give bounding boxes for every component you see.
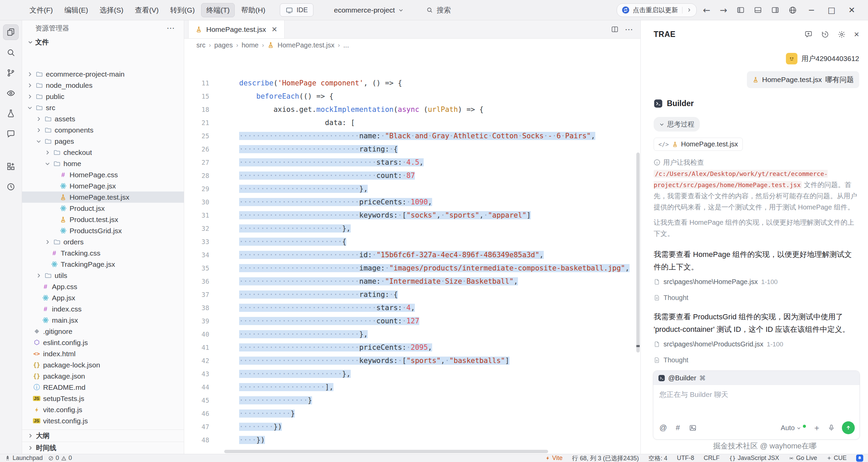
search-icon[interactable] [3, 45, 19, 60]
code-text[interactable]: ································stars:·4… [218, 301, 415, 315]
preview-icon[interactable] [3, 85, 19, 101]
tree-file-eslint.config.js[interactable]: eslint.config.js [22, 337, 184, 348]
tree-file-package-lock.json[interactable]: {}package-lock.json [22, 359, 184, 370]
code-line-30[interactable]: 30····························priceCents… [184, 196, 636, 209]
restart-to-update-button[interactable]: 点击重启以更新 [617, 3, 697, 17]
code-text[interactable]: ····························}, [218, 182, 368, 196]
menu-item[interactable]: 终端(T) [201, 3, 235, 17]
settings-gear-icon[interactable] [837, 30, 846, 39]
tree-folder-src[interactable]: src [22, 102, 184, 113]
tree-file-Product.test.jsx[interactable]: Product.test.jsx [22, 214, 184, 225]
tree-folder-public[interactable]: public [22, 91, 184, 102]
toggle-bottom-panel-icon[interactable] [751, 6, 765, 14]
code-text[interactable]: ············} [218, 407, 295, 420]
cue-button[interactable]: CUE [827, 455, 847, 462]
back-button[interactable]: ← [700, 5, 714, 15]
code-text[interactable]: ····························name:·"Inter… [218, 275, 518, 288]
outline-section[interactable]: 大纲 [22, 429, 184, 442]
input-tag[interactable]: @Builder [668, 374, 696, 382]
add-icon[interactable]: ＋ [813, 422, 821, 433]
source-control-icon[interactable] [3, 65, 19, 81]
history-icon[interactable] [3, 179, 19, 195]
mention-icon[interactable]: @ [659, 423, 667, 432]
code-line-29[interactable]: 29····························}, [184, 182, 636, 196]
chat-input-box[interactable]: @Builder ⌘ 您正在与 Builder 聊天 @ # Auto ＋ [653, 370, 860, 440]
crumb[interactable]: home [242, 41, 258, 49]
tree-file-App.jsx[interactable]: App.jsx [22, 292, 184, 303]
code-text[interactable]: ························}, [218, 222, 351, 235]
scrollbar-thumb[interactable] [224, 450, 548, 453]
code-text[interactable]: describe('HomePage component', () => { [218, 77, 402, 90]
code-line-28[interactable]: 28································count:… [184, 169, 636, 182]
code-line-38[interactable]: 38································stars:… [184, 301, 636, 315]
hash-icon[interactable]: # [676, 423, 680, 432]
code-line-33[interactable]: 33························{ [184, 235, 636, 248]
code-line-15[interactable]: 15 beforeEach(() => { [184, 90, 636, 103]
tree-file-index.html[interactable]: <>index.html [22, 348, 184, 359]
minimize-button[interactable]: − [803, 5, 819, 15]
code-line-36[interactable]: 36····························name:·"Int… [184, 275, 636, 288]
notification-badge[interactable] [856, 455, 863, 462]
comments-icon[interactable] [3, 126, 19, 142]
code-text[interactable]: ····························rating:·{ [218, 288, 398, 301]
code-text[interactable]: ····················], [218, 381, 333, 394]
tree-file-main.jsx[interactable]: main.jsx [22, 315, 184, 326]
code-text[interactable]: ····························name:·"Black… [218, 129, 595, 143]
code-line-35[interactable]: 35····························image:·"im… [184, 262, 636, 275]
forward-button[interactable]: → [717, 5, 730, 15]
code-line-39[interactable]: 39································count:… [184, 315, 636, 328]
new-chat-icon[interactable] [804, 30, 813, 39]
tree-file-vitest.config.js[interactable]: JSvitest.config.js [22, 415, 184, 426]
code-line-43[interactable]: 43························}, [184, 367, 636, 381]
tree-file-index.css[interactable]: #index.css [22, 303, 184, 315]
account-globe-icon[interactable] [786, 6, 800, 15]
breadcrumb[interactable]: src›pages›home›HomePage.test.jsx›... [184, 39, 640, 52]
vertical-scrollbar[interactable] [636, 72, 640, 449]
tree-file-HomePage.test.jsx[interactable]: HomePage.test.jsx [22, 192, 184, 203]
microphone-icon[interactable] [828, 424, 835, 431]
code-text[interactable] [218, 447, 244, 449]
image-icon[interactable] [689, 424, 697, 432]
code-line-26[interactable]: 26····························rating:·{ [184, 143, 636, 156]
code-text[interactable]: ····························keywords:·["… [218, 209, 531, 222]
code-text[interactable]: ····························rating:·{ [218, 143, 398, 156]
scrollbar-thumb[interactable] [636, 153, 640, 353]
tree-folder-home[interactable]: home [22, 158, 184, 169]
tree-file-setupTests.js[interactable]: JSsetupTests.js [22, 393, 184, 404]
tree-folder-ecommerce-project-main[interactable]: ecommerce-project-main [22, 68, 184, 80]
problems-indicator[interactable]: 0 0 [48, 455, 72, 462]
tree-folder-pages[interactable]: pages [22, 136, 184, 147]
tree-folder-utils[interactable]: utils [22, 270, 184, 281]
code-line-45[interactable]: 45················} [184, 394, 636, 407]
code-line-46[interactable]: 46············} [184, 407, 636, 420]
code-text[interactable]: ························}, [218, 367, 351, 381]
cursor-position[interactable]: 行 68, 列 3 (已选择2435) [572, 454, 639, 462]
timeline-section[interactable]: 时间线 [22, 442, 184, 454]
close-window-button[interactable]: ✕ [844, 5, 860, 15]
split-editor-icon[interactable] [611, 25, 619, 33]
tree-file-.gitignore[interactable]: .gitignore [22, 326, 184, 337]
code-line-48[interactable]: 48····}) [184, 434, 636, 447]
toggle-right-panel-icon[interactable] [768, 6, 782, 14]
go-live-button[interactable]: Go Live [789, 455, 817, 462]
language-mode[interactable]: {} JavaScript JSX [729, 455, 779, 462]
code-text[interactable]: ························{ [218, 235, 346, 248]
code-line-25[interactable]: 25····························name:·"Bla… [184, 129, 636, 143]
tree-file-App.css[interactable]: #App.css [22, 281, 184, 292]
code-line-32[interactable]: 32························}, [184, 222, 636, 235]
code-text[interactable]: ································stars:·4… [218, 156, 424, 169]
ide-toggle[interactable]: IDE [280, 3, 313, 17]
tree-file-TrackingPage.jsx[interactable]: TrackingPage.jsx [22, 259, 184, 270]
model-auto-selector[interactable]: Auto [781, 424, 806, 432]
editor-more-icon[interactable]: ⋯ [625, 25, 633, 34]
code-text[interactable]: ········}) [218, 420, 282, 434]
tab-homepage-test[interactable]: HomePage.test.jsx ✕ [188, 20, 285, 38]
code-line-21[interactable]: 21 data: [ [184, 116, 636, 129]
code-line-37[interactable]: 37····························rating:·{ [184, 288, 636, 301]
menu-item[interactable]: 查看(V) [130, 3, 164, 17]
send-button[interactable] [842, 421, 855, 434]
menu-item[interactable]: 文件(F) [24, 3, 58, 17]
files-section-header[interactable]: 文件 [22, 36, 184, 48]
tree-file-Tracking.css[interactable]: #Tracking.css [22, 247, 184, 259]
code-text[interactable]: ····}) [218, 434, 265, 447]
